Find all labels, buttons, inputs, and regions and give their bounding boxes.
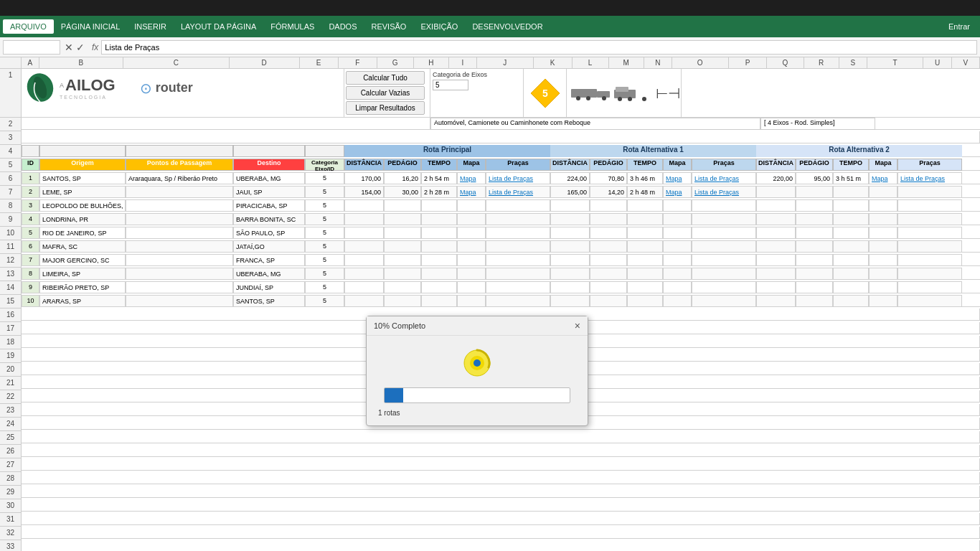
spinner-container xyxy=(461,347,493,380)
svg-point-16 xyxy=(473,359,481,367)
dialog-overlay: 10% Completo × 1 rotas xyxy=(0,0,980,551)
dialog-body: 1 rotas xyxy=(367,336,588,425)
progress-dialog[interactable]: 10% Completo × 1 rotas xyxy=(366,316,588,426)
dialog-title: 10% Completo xyxy=(374,321,425,330)
dialog-titlebar: 10% Completo × xyxy=(367,316,588,336)
dialog-close-button[interactable]: × xyxy=(575,321,580,331)
progress-bar-fill xyxy=(385,388,403,402)
spinner-icon xyxy=(461,347,493,379)
progress-status: 1 rotas xyxy=(378,409,400,417)
progress-bar-container xyxy=(384,387,570,403)
